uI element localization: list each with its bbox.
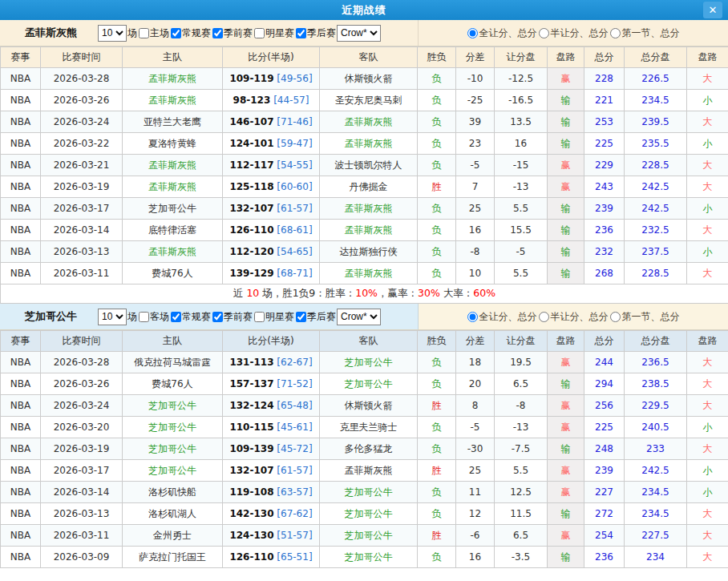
score-halftime: [63-57] (277, 486, 312, 498)
cell-total-line: 235.5 (625, 133, 687, 155)
view-mode-radio[interactable] (610, 312, 621, 322)
cell-score: 109-139 [45-72] (223, 438, 320, 460)
cell-league: NBA (1, 395, 41, 417)
score-fulltime: 124-130 (229, 530, 273, 541)
score-halftime: [61-57] (277, 465, 312, 476)
cell-total-points: 254 (584, 525, 625, 547)
filter-checkbox-label: 主场 (137, 26, 169, 40)
score-fulltime: 131-113 (229, 357, 273, 368)
cell-home-team: 俄克拉荷马城雷霆 (123, 352, 223, 373)
cell-score: 132-107 [61-57] (223, 460, 320, 482)
cell-total-line: 242.5 (625, 460, 687, 482)
cell-total-points: 225 (584, 133, 625, 155)
filter-checkbox-text: 常规赛 (182, 26, 211, 40)
filter-checkbox[interactable] (139, 312, 149, 322)
cell-home-team: 芝加哥公牛 (123, 417, 223, 438)
cell-total-line: 232.5 (625, 220, 687, 241)
odds-source-select[interactable]: Crow* (337, 25, 381, 42)
cell-handicap-result: 输 (548, 241, 584, 263)
cell-league: NBA (1, 220, 41, 241)
filter-checkbox[interactable] (212, 312, 223, 322)
filter-checkbox[interactable] (171, 312, 181, 322)
games-unit-label: 场 (127, 26, 137, 40)
cell-total-line: 236.5 (625, 352, 687, 373)
games-count-select[interactable]: 10 (98, 25, 127, 42)
cell-over-under: 大 (687, 155, 728, 176)
score-fulltime: 132-124 (229, 400, 273, 411)
cell-league: NBA (1, 68, 41, 90)
filter-checkbox-text: 季后赛 (307, 26, 336, 40)
cell-handicap-line: 11.5 (495, 503, 548, 525)
cell-score: 124-101 [59-47] (223, 133, 320, 155)
cell-away-team: 孟菲斯灰熊 (320, 220, 418, 241)
cell-home-team: 孟菲斯灰熊 (123, 68, 223, 90)
filter-checkbox[interactable] (296, 312, 306, 322)
column-header: 总分盘 (625, 47, 687, 68)
score-fulltime: 125-118 (229, 181, 273, 192)
column-header: 主队 (123, 331, 223, 352)
cell-point-diff: 16 (456, 220, 495, 241)
cell-score: 126-110 [65-51] (223, 547, 320, 568)
cell-score: 125-118 [60-60] (223, 176, 320, 198)
cell-league: NBA (1, 373, 41, 395)
view-mode-radio[interactable] (467, 312, 478, 322)
filter-checkbox[interactable] (254, 312, 265, 322)
filter-right-panel: 全让分、总分半让分、总分第一节、总分 (419, 20, 728, 46)
cell-over-under: 小 (687, 133, 728, 155)
cell-handicap-line: -13 (495, 417, 548, 438)
cell-date: 2026-03-21 (41, 155, 123, 176)
column-header: 客队 (320, 331, 418, 352)
cell-league: NBA (1, 241, 41, 263)
score-halftime: [68-71] (277, 268, 312, 279)
cell-away-team: 圣安东尼奥马刺 (320, 90, 418, 111)
cell-win-loss: 负 (418, 198, 456, 220)
table-row: NBA2026-03-26费城76人157-137 [71-52]芝加哥公牛负2… (1, 373, 728, 395)
cell-point-diff: 10 (456, 263, 495, 284)
score-halftime: [65-51] (277, 551, 312, 563)
score-fulltime: 126-110 (229, 224, 273, 236)
view-mode-radio[interactable] (467, 28, 478, 38)
recent-results-dialog: 近期战绩 ✕ 孟菲斯灰熊10场主场常规赛季前赛明星赛季后赛Crow*全让分、总分… (0, 0, 728, 581)
view-mode-radio[interactable] (539, 28, 549, 38)
cell-away-team: 芝加哥公牛 (320, 525, 418, 547)
filter-checkbox[interactable] (254, 28, 265, 38)
cell-score: 146-107 [71-46] (223, 111, 320, 133)
filter-checkbox-label: 客场 (137, 310, 169, 324)
summary-segment: 近 (233, 287, 246, 299)
table-header-row: 赛事比赛时间主队比分(半场)客队胜负分差让分盘盘路总分总分盘盘路 (1, 331, 728, 352)
filter-checkbox-label: 季前赛 (211, 26, 253, 40)
cell-win-loss: 负 (418, 90, 456, 111)
view-mode-radio-label: 第一节、总分 (610, 310, 680, 324)
filter-checkbox[interactable] (171, 28, 181, 38)
cell-total-points: 253 (584, 111, 625, 133)
cell-home-team: 萨克拉门托国王 (123, 547, 223, 568)
cell-handicap-result: 输 (548, 438, 584, 460)
cell-away-team: 芝加哥公牛 (320, 503, 418, 525)
games-count-select[interactable]: 10 (98, 309, 127, 325)
cell-handicap-result: 赢 (548, 417, 584, 438)
cell-total-line: 242.5 (625, 198, 687, 220)
cell-win-loss: 负 (418, 417, 456, 438)
cell-total-line: 238.5 (625, 373, 687, 395)
filter-checkbox[interactable] (212, 28, 223, 38)
score-fulltime: 132-107 (229, 203, 273, 214)
filter-checkbox[interactable] (139, 28, 149, 38)
cell-point-diff: 18 (456, 352, 495, 373)
view-mode-radio[interactable] (539, 312, 549, 322)
summary-segment: 60% (473, 287, 495, 299)
cell-handicap-line: -16.5 (495, 90, 548, 111)
cell-league: NBA (1, 352, 41, 373)
filter-checkbox[interactable] (296, 28, 306, 38)
view-mode-radio[interactable] (610, 28, 621, 38)
cell-league: NBA (1, 133, 41, 155)
cell-total-points: 225 (584, 417, 625, 438)
score-halftime: [65-48] (277, 400, 312, 411)
score-fulltime: 110-115 (229, 422, 273, 433)
cell-score: 131-113 [62-67] (223, 352, 320, 373)
cell-date: 2026-03-19 (41, 176, 123, 198)
team-name-label: 芝加哥公牛 (5, 309, 97, 324)
odds-source-select[interactable]: Crow* (337, 309, 381, 325)
cell-total-line: 240.5 (625, 417, 687, 438)
close-button[interactable]: ✕ (703, 2, 722, 18)
cell-over-under: 大 (687, 438, 728, 460)
